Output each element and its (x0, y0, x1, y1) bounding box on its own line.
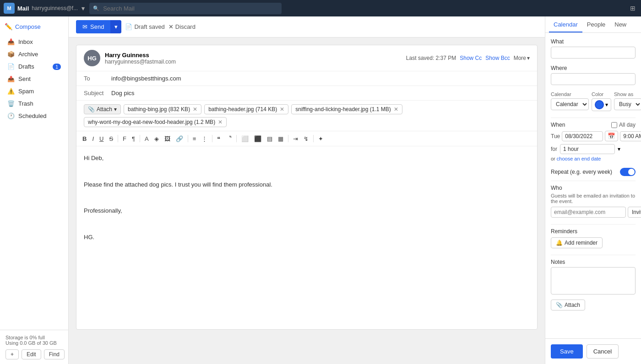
compose-panel: HG Harry Guinness harryguinness@fastmail… (69, 37, 545, 364)
clear-format-button[interactable]: ✦ (316, 134, 326, 144)
show-cc-link[interactable]: Show Cc (460, 55, 482, 61)
unordered-list-button[interactable]: ≡ (190, 134, 199, 144)
color-caret-icon: ▾ (605, 102, 608, 108)
send-button[interactable]: ✉ Send (76, 20, 110, 33)
highlight-button[interactable]: ◈ (152, 134, 161, 144)
font-button[interactable]: F (120, 134, 129, 144)
image-button[interactable]: 🖼 (162, 134, 173, 144)
sidebar-item-archive[interactable]: 📦 Archive (2, 48, 66, 60)
search-wrapper (89, 3, 282, 14)
show-bcc-link[interactable]: Show Bcc (485, 55, 510, 61)
edit-button[interactable]: Edit (22, 349, 41, 359)
sender-email: harryguinness@fastmail.com (105, 59, 406, 65)
repeat-toggle[interactable] (620, 168, 636, 176)
compose-button[interactable]: ✏️ Compose (5, 23, 64, 30)
invite-email-input[interactable] (551, 207, 626, 218)
storage-label: Storage is 0% full (5, 335, 63, 340)
remove-attachment-2[interactable]: ✕ (394, 106, 398, 112)
align-center-button[interactable]: ⬛ (252, 134, 264, 144)
sidebar-storage: Storage is 0% full Using 0.0 GB of 30 GB… (0, 330, 68, 364)
sidebar-item-label: Drafts (18, 63, 34, 70)
sidebar-item-spam[interactable]: ⚠️ Spam (2, 85, 66, 97)
save-button[interactable]: Save (551, 344, 583, 359)
show-as-select[interactable]: Busy (614, 98, 641, 110)
outdent-button[interactable]: ↯ (301, 134, 311, 144)
date-time-row: Tue 📅 🕐 (551, 131, 636, 141)
strikethrough-button[interactable]: S (107, 134, 115, 144)
discard-button[interactable]: ✕ Discard (168, 23, 196, 30)
tab-people[interactable]: People (582, 16, 610, 32)
compose-body[interactable]: Hi Deb, Please find the attached dog pic… (76, 146, 537, 329)
sidebar-item-trash[interactable]: 🗑️ Trash (2, 97, 66, 110)
attach-notes-button[interactable]: 📎 Attach (551, 300, 585, 310)
sidebar: ✏️ Compose 📥 Inbox 📦 Archive 📄 Drafts 1 … (0, 16, 69, 364)
italic-button[interactable]: I (90, 134, 96, 144)
link-button[interactable]: 🔗 (174, 134, 185, 144)
send-dropdown-button[interactable]: ▾ (110, 20, 121, 33)
align-right-button[interactable]: ▤ (265, 134, 275, 144)
sidebar-item-scheduled[interactable]: 🕐 Scheduled (2, 110, 66, 122)
duration-select[interactable]: 1 hour 30 minutes 2 hours (560, 144, 615, 154)
panel-footer: Save Cancel (545, 338, 641, 364)
sender-name: Harry Guinness (105, 52, 406, 59)
topbar-right: ⊞ (628, 3, 637, 14)
remove-attachment-0[interactable]: ✕ (193, 106, 197, 112)
fmt-divider-4 (212, 135, 212, 142)
formatting-toolbar: B I U S F ¶ A ◈ 🖼 🔗 ≡ ⋮ ❝ (76, 131, 537, 146)
calendar-picker-button[interactable]: 📅 (605, 131, 618, 141)
sidebar-item-inbox[interactable]: 📥 Inbox (2, 36, 66, 48)
find-button[interactable]: Find (44, 349, 65, 359)
indent-button[interactable]: ⇥ (291, 134, 300, 144)
app-logo[interactable]: M Mail harryguinness@f... ▾ (4, 3, 85, 14)
all-day-checkbox[interactable] (611, 122, 617, 128)
color-picker-button[interactable]: ▾ (592, 98, 611, 111)
panel-tabs: Calendar People New (545, 16, 641, 33)
invite-button[interactable]: Invite (628, 207, 641, 218)
bold-button[interactable]: B (80, 134, 89, 144)
add-reminder-button[interactable]: 🔔 Add reminder (551, 237, 603, 248)
align-left-button[interactable]: ⬜ (239, 134, 251, 144)
calendar-col: Calendar Calendar (551, 91, 589, 110)
more-button[interactable]: More ▾ (514, 55, 530, 61)
panel-toggle-button[interactable]: ⊞ (628, 3, 637, 14)
fmt-divider-7 (313, 135, 314, 142)
code-button[interactable]: 〝 (223, 133, 234, 144)
all-day-label[interactable]: All day (611, 122, 636, 128)
add-button[interactable]: + (5, 349, 19, 359)
ordered-list-button[interactable]: ⋮ (199, 134, 210, 144)
to-input[interactable] (111, 74, 530, 83)
remove-attachment-3[interactable]: ✕ (218, 119, 223, 125)
trash-icon: 🗑️ (7, 100, 15, 107)
date-input[interactable] (562, 131, 603, 141)
sidebar-item-drafts[interactable]: 📄 Drafts 1 (2, 60, 66, 73)
remove-attachment-1[interactable]: ✕ (280, 106, 284, 112)
choose-end-date-link[interactable]: choose an end date (557, 156, 601, 161)
underline-button[interactable]: U (97, 134, 106, 144)
attachment-tag-1: bathing-header.jpg (714 KB) ✕ (204, 104, 288, 114)
blockquote-button[interactable]: ❝ (215, 134, 223, 144)
what-section: What (551, 38, 636, 59)
tab-new[interactable]: New (610, 16, 631, 32)
cancel-button[interactable]: Cancel (587, 344, 619, 359)
subject-input[interactable] (111, 89, 530, 97)
where-input[interactable] (551, 73, 636, 85)
what-input[interactable] (551, 47, 636, 59)
attach-button[interactable]: 📎 Attach ▾ (84, 104, 121, 114)
paragraph-button[interactable]: ¶ (130, 134, 137, 144)
account-caret-icon[interactable]: ▾ (81, 5, 85, 12)
sidebar-item-sent[interactable]: 📤 Sent (2, 73, 66, 85)
draft-saved-button[interactable]: 📄 Draft saved (125, 23, 164, 30)
tab-calendar[interactable]: Calendar (549, 16, 582, 32)
compose-card: HG Harry Guinness harryguinness@fastmail… (76, 45, 538, 330)
calendar-select[interactable]: Calendar (551, 98, 589, 110)
search-input[interactable] (89, 3, 282, 14)
notes-section: Notes 📎 Attach (551, 259, 636, 310)
time-input[interactable] (620, 131, 641, 141)
font-color-button[interactable]: A (142, 134, 151, 144)
divider-3 (551, 224, 636, 225)
avatar: HG (84, 50, 100, 66)
notes-textarea[interactable] (551, 267, 636, 294)
or-end-date: or choose an end date (551, 156, 636, 161)
align-justify-button[interactable]: ▦ (276, 134, 286, 144)
all-day-row: When All day (551, 122, 636, 128)
